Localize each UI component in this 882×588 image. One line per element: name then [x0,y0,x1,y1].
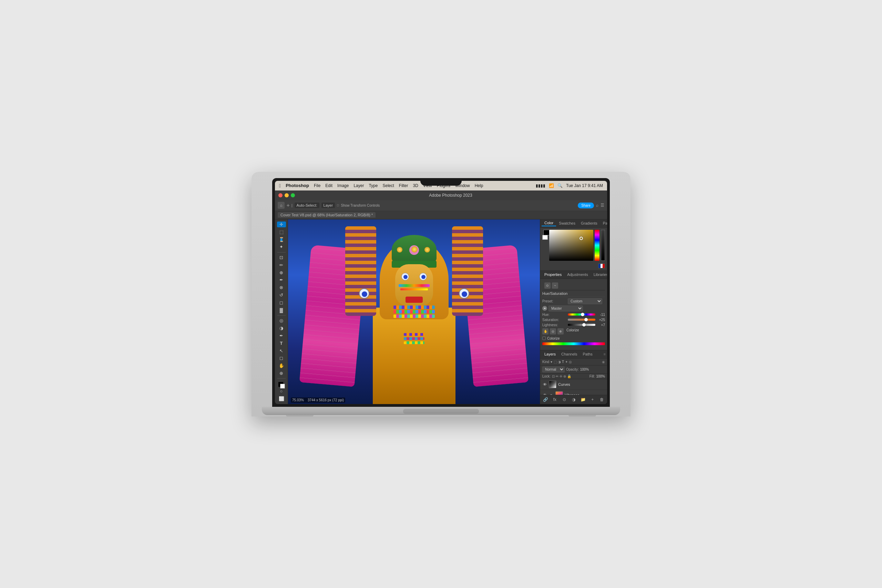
panel-toggle-icon[interactable]: ☰ [600,203,604,208]
preset-label: Preset: [542,299,566,303]
maximize-button[interactable] [291,193,295,197]
layer-vibrance[interactable]: 👁 ▼ Vibrance [540,390,607,395]
channels-tab[interactable]: Channels [558,351,580,357]
menu-layer[interactable]: Layer [354,183,364,188]
menu-select[interactable]: Select [382,183,394,188]
hand-tool[interactable]: ✋ [277,363,286,369]
sat-slider-thumb[interactable] [584,318,588,321]
layer-option[interactable]: Layer [321,202,335,208]
link-layers-button[interactable]: 🔗 [542,396,549,403]
light-slider-thumb[interactable] [582,323,586,327]
shape-tool[interactable]: ◻ [277,355,286,362]
ps-canvas[interactable]: 75.03% 3744 x 5616 px (72 ppi) [288,219,540,404]
ps-home-button[interactable]: ⌂ [278,202,285,209]
filter-shape-icon[interactable]: ✦ [565,360,568,364]
lasso-tool[interactable]: 🧵 [277,236,286,243]
screen-mode-tool[interactable]: ⬜ [277,396,286,402]
filter-text-icon[interactable]: T [562,360,564,364]
color-tab[interactable]: Color [542,220,556,226]
layer-visibility-curves[interactable]: 👁 [542,382,547,387]
adjustments-tab[interactable]: Adjustments [564,272,591,277]
menu-type[interactable]: Type [369,183,378,188]
new-adjustment-button[interactable]: ◑ [570,396,577,403]
color-gradient-field[interactable] [549,230,593,261]
eraser-tool[interactable]: ◻ [277,299,286,306]
filter-adjustment-icon[interactable]: ◑ [558,360,561,364]
search-icon[interactable]: 🔍 [558,183,562,188]
patterns-tab[interactable]: Patterns [600,220,607,226]
brush-tool[interactable]: ✒ [277,277,286,283]
hue-slider-thumb[interactable] [581,313,584,316]
sat-slider[interactable] [568,319,596,321]
add-mask-button[interactable]: ⊙ [561,396,567,403]
add-style-button[interactable]: fx [552,396,558,403]
eyedropper-plus-icon[interactable]: ⊕ [558,328,564,334]
colorize-checkbox[interactable] [542,336,546,340]
layers-tab[interactable]: Layers [542,351,558,357]
path-select-tool[interactable]: ↖ [277,348,286,354]
filter-pixel-icon[interactable]: ⬚ [554,360,557,364]
lock-all-icon[interactable]: 🔒 [567,374,571,378]
spot-healing-tool[interactable]: ⊕ [277,269,286,276]
filter-toggle[interactable]: ◉ [602,360,605,364]
foreground-background-colors[interactable] [277,381,286,387]
gradient-tool[interactable]: ▓ [277,307,286,313]
ps-tab-bar: Cover Test V8.psd @ 68% (Hue/Saturation … [275,211,607,219]
light-value: +7 [597,323,605,327]
new-group-button[interactable]: 📁 [580,396,586,403]
channel-select[interactable]: Master [549,306,583,311]
trackpad[interactable] [403,409,479,414]
new-layer-button[interactable]: + [590,396,596,403]
clone-stamp-tool[interactable]: ⊗ [277,285,286,291]
dodge-tool[interactable]: ◑ [277,325,286,332]
light-slider[interactable] [568,324,596,326]
crop-tool[interactable]: ⊡ [277,255,286,261]
blur-tool[interactable]: ◎ [277,318,286,324]
hue-spectrum-slider[interactable] [595,230,600,261]
menu-image[interactable]: Image [337,183,349,188]
foreground-color-swatch[interactable] [543,230,549,235]
gradients-tab[interactable]: Gradients [578,220,600,226]
magic-wand-tool[interactable]: ✦ [277,244,286,250]
pen-tool[interactable]: ✒ [277,332,286,339]
libraries-tab[interactable]: Libraries [591,272,607,277]
swatches-tab[interactable]: Swatches [556,220,578,226]
zoom-tool[interactable]: ⊕ [277,370,286,376]
menu-edit[interactable]: Edit [325,183,333,188]
lock-artboard-icon[interactable]: ⊛ [563,374,566,378]
delete-layer-button[interactable]: 🗑 [599,396,605,403]
layers-panel-menu[interactable]: ≡ [604,352,606,356]
document-tab[interactable]: Cover Test V8.psd @ 68% (Hue/Saturation … [278,212,375,218]
hue-slider[interactable] [568,314,596,315]
share-button[interactable]: Share [578,202,594,208]
selection-marquee-tool[interactable]: ⬚ [277,229,286,235]
lock-transparent-icon[interactable]: ⊡ [552,374,555,378]
menu-3d[interactable]: 3D [413,183,418,188]
move-tool-icon[interactable]: ✛ [286,204,290,207]
color-saturation-field[interactable] [549,230,593,262]
move-tool[interactable]: ✛ [277,222,286,228]
layers-dropdown-icon[interactable]: ▾ [550,360,552,364]
search-toolbar-icon[interactable]: ⌕ [596,203,598,208]
paths-tab[interactable]: Paths [580,351,596,357]
blend-mode-select[interactable]: Normal [542,366,565,372]
minimize-button[interactable] [285,193,289,197]
menu-help[interactable]: Help [475,183,483,188]
menu-file[interactable]: File [314,183,320,188]
menu-filter[interactable]: Filter [399,183,408,188]
eyedropper-tool[interactable]: ✏ [277,262,286,268]
history-brush-tool[interactable]: ↺ [277,292,286,298]
quick-mask-tool[interactable]: ○ [277,388,286,394]
layer-curves[interactable]: 👁 Curves [540,379,607,390]
properties-tab[interactable]: Properties [542,272,564,277]
close-button[interactable] [278,193,282,197]
lock-position-icon[interactable]: ✛ [560,374,562,378]
eyedropper-icon[interactable]: ◎ [550,328,556,334]
background-color-swatch[interactable] [542,235,548,240]
hand-icon[interactable]: ✋ [542,328,549,334]
lock-pixels-icon[interactable]: ✏ [556,374,558,378]
text-tool[interactable]: T [277,340,286,346]
alpha-slider[interactable] [601,230,605,261]
filter-smart-icon[interactable]: ◎ [569,360,572,364]
preset-select[interactable]: Custom [568,298,602,304]
